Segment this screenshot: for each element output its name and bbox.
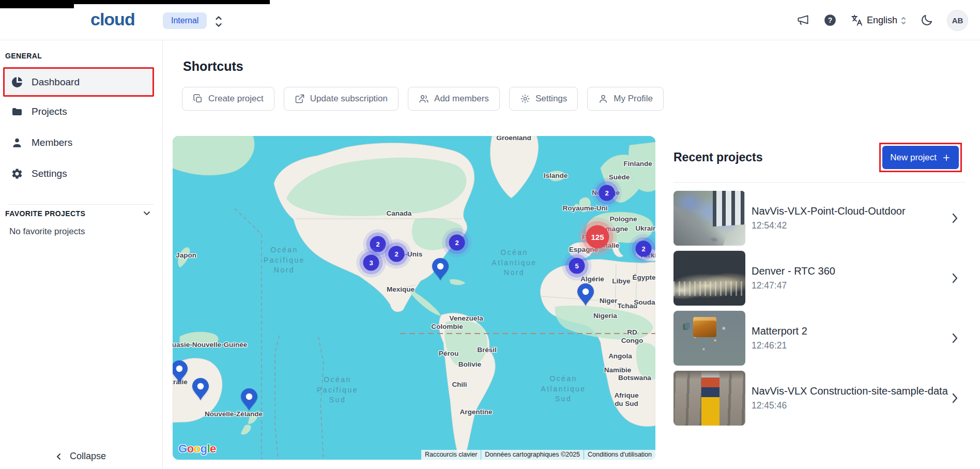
- project-thumbnail: [673, 311, 745, 366]
- favorites-chevron-down-icon[interactable]: [142, 208, 151, 218]
- map-cluster-125[interactable]: 125: [586, 225, 609, 249]
- people-icon: [419, 94, 429, 104]
- map-cluster-2[interactable]: 2: [449, 235, 465, 251]
- map-label-ocean: Océan Pacifique Nord: [264, 245, 305, 276]
- map-label-country: Brésil: [477, 346, 497, 354]
- map-overlays: GroenlandIslandeFinlandeSuèdeNorvègeRoya…: [173, 136, 655, 460]
- map-label-country: Tchad: [618, 302, 638, 310]
- project-text: Denver - RTC 36012:47:47: [752, 265, 835, 291]
- language-label: English: [867, 15, 897, 26]
- shortcut-label: Settings: [535, 94, 567, 104]
- language-selector[interactable]: English: [850, 13, 907, 27]
- shortcut-add-members[interactable]: Add members: [408, 87, 500, 111]
- sidebar-section-general: GENERAL: [5, 52, 42, 60]
- environment-switch-icon[interactable]: [214, 14, 223, 27]
- map-cluster-2[interactable]: 2: [599, 185, 615, 201]
- sidebar-item-dashboard[interactable]: Dashboard: [3, 67, 154, 97]
- shortcut-buttons: Create projectUpdate subscriptionAdd mem…: [182, 87, 664, 111]
- translate-icon: [850, 13, 864, 27]
- project-time: 12:45:46: [752, 400, 948, 411]
- page: cloud Internal ? English: [0, 0, 980, 469]
- project-list-item[interactable]: NavVis-VLX Construction-site-sample-data…: [673, 371, 966, 426]
- dark-mode-icon[interactable]: [920, 13, 933, 27]
- map-pin-icon[interactable]: [576, 282, 595, 307]
- map-label-country: Finlande: [623, 160, 652, 168]
- map-pin-icon[interactable]: [431, 257, 450, 281]
- sidebar-section-favorites: FAVORITE PROJECTS: [5, 209, 85, 218]
- map-label-country: RD Congo: [621, 328, 644, 345]
- map-pin-icon[interactable]: [173, 359, 189, 384]
- gear-outline-icon: [520, 94, 530, 104]
- collapse-button[interactable]: Collapse: [55, 451, 106, 462]
- map-cluster-2[interactable]: 2: [389, 246, 405, 262]
- project-text: Matterport 212:46:21: [752, 325, 807, 351]
- project-name: NavVis-VLX Construction-site-sample-data: [752, 385, 948, 397]
- help-icon[interactable]: ?: [823, 13, 837, 27]
- map-label-country: Japon: [176, 251, 196, 260]
- map-label-country: Égypte: [632, 274, 655, 282]
- shortcut-label: Update subscription: [310, 94, 388, 104]
- project-name: Denver - RTC 360: [752, 265, 835, 277]
- project-thumbnail: [673, 251, 745, 306]
- map-cluster-2[interactable]: 2: [370, 236, 386, 252]
- chevron-right-icon: [951, 213, 959, 224]
- map-label-ocean: Océan Atlantique Nord: [492, 248, 537, 278]
- map-label-country: Afrique du Sud: [614, 391, 638, 408]
- map-label-country: Groenland: [496, 136, 531, 142]
- avatar[interactable]: AB: [947, 10, 968, 31]
- sidebar-item-label: Projects: [32, 106, 67, 117]
- shortcut-label: My Profile: [614, 94, 653, 104]
- project-text: NavVis-VLX-Point-Cloud-Outdoor12:54:42: [752, 205, 906, 231]
- chevron-left-icon: [55, 453, 63, 460]
- project-time: 12:46:21: [752, 340, 807, 351]
- main-content: Shortcuts Create projectUpdate subscript…: [163, 40, 980, 469]
- map-label-country: Angola: [608, 352, 632, 360]
- map-cluster-3[interactable]: 3: [363, 255, 379, 271]
- map-label-ocean: Océan Atlantique Sud: [541, 374, 586, 404]
- map-attribution: Raccourcis clavierDonnées cartographique…: [421, 450, 655, 460]
- sidebar-item-projects[interactable]: Projects: [3, 98, 154, 125]
- map-label-country: Namibie: [604, 366, 632, 374]
- shortcut-settings[interactable]: Settings: [509, 87, 578, 111]
- project-text: NavVis-VLX Construction-site-sample-data…: [752, 385, 948, 411]
- sidebar-item-settings[interactable]: Settings: [3, 160, 154, 187]
- project-list-item[interactable]: Matterport 212:46:21: [673, 311, 966, 366]
- map-attribution-item[interactable]: Données cartographiques ©2025: [481, 450, 584, 460]
- person-icon: [11, 137, 23, 149]
- gear-icon: [11, 168, 23, 180]
- projects-world-map[interactable]: GroenlandIslandeFinlandeSuèdeNorvègeRoya…: [173, 136, 655, 460]
- map-cluster-2[interactable]: 2: [636, 241, 652, 257]
- shortcut-update-subscription[interactable]: Update subscription: [284, 87, 399, 111]
- sidebar-item-members[interactable]: Members: [3, 129, 154, 156]
- project-thumbnail: [673, 191, 745, 246]
- chevron-right-icon: [951, 392, 959, 404]
- project-name: Matterport 2: [752, 325, 807, 337]
- map-pin-icon[interactable]: [191, 377, 210, 401]
- map-label-ocean: Océan Pacifique Sud: [317, 375, 358, 405]
- project-list-item[interactable]: Denver - RTC 36012:47:47: [673, 251, 966, 306]
- map-attribution-item[interactable]: Raccourcis clavier: [421, 450, 481, 460]
- sidebar-item-label: Settings: [32, 168, 67, 179]
- project-list-item[interactable]: NavVis-VLX-Point-Cloud-Outdoor12:54:42: [673, 191, 966, 246]
- map-attribution-item[interactable]: Conditions d'utilisation: [584, 450, 655, 460]
- map-label-country: Royaume-Uni: [562, 204, 607, 213]
- environment-badge[interactable]: Internal: [163, 12, 207, 29]
- map-label-country: Venezuela: [449, 314, 483, 323]
- map-label-country: Bolivie: [458, 360, 481, 369]
- map-label-country: Niger: [600, 297, 618, 305]
- folder-icon: [11, 105, 23, 118]
- shortcut-label: Add members: [434, 94, 489, 104]
- svg-text:?: ?: [828, 16, 833, 24]
- shortcut-label: Create project: [208, 94, 264, 104]
- announcements-icon[interactable]: [797, 13, 810, 27]
- map-label-country: Papouasie-Nouvelle-Guinée: [173, 341, 247, 349]
- shortcut-create-project[interactable]: Create project: [182, 87, 274, 111]
- map-pin-icon[interactable]: [239, 387, 259, 412]
- map-label-country: Islande: [544, 172, 568, 180]
- map-cluster-5[interactable]: 5: [569, 258, 585, 274]
- app-logo: cloud: [90, 9, 135, 29]
- shortcut-my-profile[interactable]: My Profile: [587, 87, 664, 111]
- google-logo[interactable]: Google: [178, 442, 216, 456]
- project-name: NavVis-VLX-Point-Cloud-Outdoor: [752, 205, 906, 217]
- project-thumbnail: [673, 371, 745, 426]
